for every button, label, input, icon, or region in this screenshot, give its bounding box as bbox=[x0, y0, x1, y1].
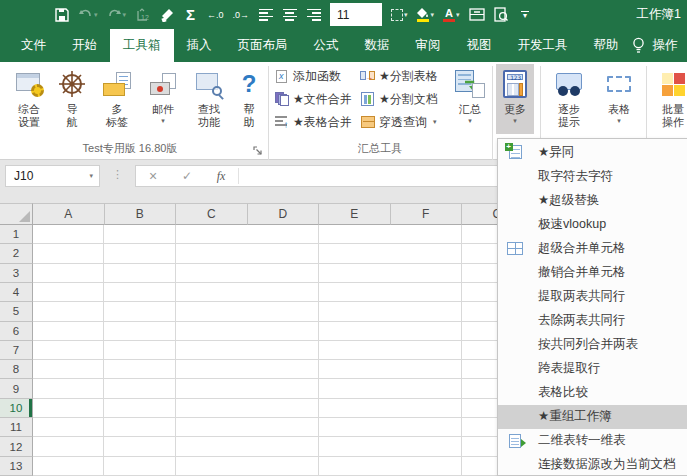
menu-item-differences[interactable]: + ★异同 bbox=[498, 140, 687, 164]
row-header-8[interactable]: 8 bbox=[0, 360, 33, 379]
cancel-icon[interactable]: × bbox=[136, 168, 170, 184]
tab-insert[interactable]: 插入 bbox=[174, 29, 225, 62]
dialog-launcher-icon[interactable] bbox=[253, 142, 263, 160]
merge-cells-icon[interactable] bbox=[469, 6, 485, 24]
fill-sequence-icon[interactable]: 12 bbox=[135, 6, 150, 24]
tell-me-search[interactable]: 操作 bbox=[632, 29, 687, 62]
ribbon-button-more[interactable]: 123 更多 ▾ bbox=[496, 64, 534, 134]
column-header-c[interactable]: C bbox=[176, 203, 248, 225]
align-center-icon[interactable] bbox=[282, 6, 297, 24]
ribbon-button-summary[interactable]: 汇总 ▾ bbox=[449, 64, 491, 140]
tab-toolbox[interactable]: 工具箱 bbox=[110, 29, 174, 62]
split-table-icon: → bbox=[360, 69, 375, 84]
row-header-5[interactable]: 5 bbox=[0, 302, 33, 321]
increase-decimal-icon[interactable]: ←.0 bbox=[207, 6, 224, 24]
menu-item-super-merge-cells[interactable]: 超级合并单元格 bbox=[498, 236, 687, 260]
borders-icon[interactable]: ▾ bbox=[391, 6, 408, 24]
formula-bar-grip-icon[interactable]: ⋮ bbox=[112, 168, 123, 181]
align-left-icon[interactable] bbox=[258, 6, 273, 24]
ribbon-button-split-table[interactable]: → ★分割表格 bbox=[360, 66, 438, 86]
select-all-corner[interactable] bbox=[0, 203, 33, 225]
menu-item-fast-vlookup[interactable]: 极速vlookup bbox=[498, 212, 687, 236]
tab-formulas[interactable]: 公式 bbox=[301, 29, 352, 62]
name-box-caret-icon[interactable]: ▾ bbox=[89, 172, 93, 180]
dropdown-caret-icon: ▾ bbox=[617, 117, 621, 125]
row-header-11[interactable]: 11 bbox=[0, 418, 33, 437]
insert-function-icon[interactable]: fx bbox=[204, 169, 238, 184]
ribbon-button-table-merge[interactable]: ↑ ★表格合并 bbox=[274, 112, 352, 132]
format-painter-icon[interactable] bbox=[159, 6, 174, 24]
menu-item-super-replace[interactable]: ★超级替换 bbox=[498, 188, 687, 212]
row-header-1[interactable]: 1 bbox=[0, 225, 33, 244]
table-merge-icon: ↑ bbox=[274, 115, 289, 130]
ribbon-button-pass-through-query[interactable]: 穿透查询 ▾ bbox=[360, 112, 437, 132]
tab-review[interactable]: 审阅 bbox=[403, 29, 454, 62]
row-header-13[interactable]: 13 bbox=[0, 457, 33, 476]
print-preview-icon[interactable] bbox=[494, 6, 509, 24]
svg-text:12: 12 bbox=[141, 14, 149, 21]
row-header-9[interactable]: 9 bbox=[0, 379, 33, 398]
menu-item-take-remove-chars[interactable]: 取字符去字符 bbox=[498, 164, 687, 188]
ribbon-button-file-merge[interactable]: ★文件合并 bbox=[274, 89, 352, 109]
undo-icon[interactable]: ▾ bbox=[78, 6, 98, 24]
group-label-test-version: Test专用版 16.80版 bbox=[0, 141, 260, 156]
tab-file[interactable]: 文件 bbox=[8, 29, 59, 62]
ribbon-button-comprehensive-settings[interactable]: 综合设置 bbox=[6, 64, 52, 140]
tab-home[interactable]: 开始 bbox=[59, 29, 110, 62]
ribbon-button-navigation[interactable]: 导航 bbox=[54, 64, 90, 140]
row-header-4[interactable]: 4 bbox=[0, 283, 33, 302]
autosum-icon[interactable]: Σ bbox=[183, 6, 198, 24]
name-box[interactable]: J10 ▾ bbox=[5, 165, 100, 187]
ribbon-button-multi-tab[interactable]: 多标签 bbox=[94, 64, 140, 140]
menu-item-2d-to-1d-table[interactable]: 二维表转一维表 bbox=[498, 429, 687, 453]
row-header-12[interactable]: 12 bbox=[0, 437, 33, 456]
menu-item-change-data-source[interactable]: 连接数据源改为当前文档 bbox=[498, 453, 687, 476]
menu-item-unmerge-cells[interactable]: 撤销合并单元格 bbox=[498, 260, 687, 284]
menu-item-cross-table-extract[interactable]: 跨表提取行 bbox=[498, 357, 687, 381]
tab-page-layout[interactable]: 页面布局 bbox=[225, 29, 301, 62]
mail-icon bbox=[150, 66, 176, 102]
table-arrow-icon bbox=[505, 432, 525, 450]
fill-color-icon[interactable]: ▾ bbox=[417, 6, 435, 24]
tab-view[interactable]: 视图 bbox=[454, 29, 505, 62]
font-color-icon[interactable]: A▾ bbox=[443, 6, 460, 24]
ribbon-button-find-function[interactable]: 查找功能 bbox=[186, 64, 232, 140]
tab-developer[interactable]: 开发工具 bbox=[505, 29, 581, 62]
ribbon-button-step-hint[interactable]: 逐步提示 bbox=[546, 64, 592, 140]
decrease-decimal-icon[interactable]: .0→ bbox=[233, 6, 250, 24]
column-header-e[interactable]: E bbox=[319, 203, 391, 225]
row-header-7[interactable]: 7 bbox=[0, 341, 33, 360]
ribbon-button-split-document[interactable]: ★分割文档 bbox=[360, 89, 438, 109]
tab-data[interactable]: 数据 bbox=[352, 29, 403, 62]
redo-icon[interactable]: ▾ bbox=[107, 6, 127, 24]
column-header-d[interactable]: D bbox=[248, 203, 320, 225]
column-header-f[interactable]: F bbox=[391, 203, 463, 225]
tab-help[interactable]: 帮助 bbox=[581, 29, 632, 62]
menu-item-reorganize-workbook[interactable]: ★重组工作簿 bbox=[498, 405, 687, 429]
ribbon-button-help[interactable]: ? 帮助 bbox=[234, 64, 264, 140]
lightbulb-icon bbox=[632, 37, 645, 54]
ribbon-button-batch-operations[interactable]: 批量操作 bbox=[652, 64, 687, 140]
column-header-a[interactable]: A bbox=[33, 203, 105, 225]
save-icon[interactable] bbox=[54, 6, 69, 24]
ribbon-button-mail[interactable]: 邮件 ▾ bbox=[142, 64, 184, 140]
add-function-icon bbox=[274, 69, 289, 84]
more-dropdown-menu: + ★异同 取字符去字符 ★超级替换 极速vlookup 超级合并单元格 撤销合… bbox=[497, 138, 687, 476]
menu-item-table-compare[interactable]: 表格比较 bbox=[498, 381, 687, 405]
row-header-10-selected[interactable]: 10 bbox=[0, 399, 33, 418]
query-table-icon bbox=[360, 115, 375, 130]
menu-item-merge-by-common-column[interactable]: 按共同列合并两表 bbox=[498, 333, 687, 357]
ribbon-button-add-function[interactable]: 添加函数 bbox=[274, 66, 341, 86]
align-right-icon[interactable] bbox=[306, 6, 321, 24]
folder-tabs-icon bbox=[103, 66, 131, 102]
menu-item-remove-common-rows[interactable]: 去除两表共同行 bbox=[498, 308, 687, 332]
row-header-2[interactable]: 2 bbox=[0, 244, 33, 263]
ribbon-button-table[interactable]: 表格 ▾ bbox=[597, 64, 641, 140]
row-header-6[interactable]: 6 bbox=[0, 322, 33, 341]
enter-icon[interactable]: ✓ bbox=[170, 169, 204, 183]
column-header-b[interactable]: B bbox=[105, 203, 177, 225]
customize-qat-icon[interactable]: ▾ bbox=[518, 6, 533, 24]
menu-item-extract-common-rows[interactable]: 提取两表共同行 bbox=[498, 284, 687, 308]
font-size-box[interactable]: 11 bbox=[330, 3, 382, 26]
row-header-3[interactable]: 3 bbox=[0, 264, 33, 283]
